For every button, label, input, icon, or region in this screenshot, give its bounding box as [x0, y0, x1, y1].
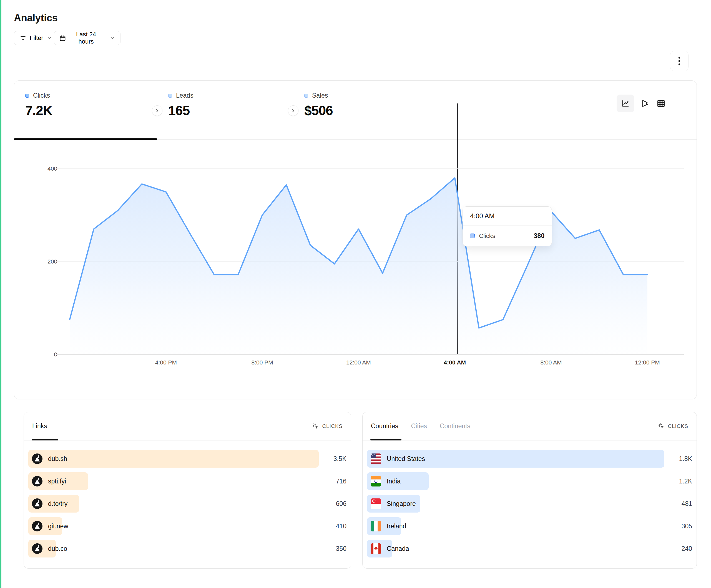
countries-tab-indicator — [370, 439, 402, 440]
country-row[interactable]: India1.2K — [367, 472, 692, 490]
link-label: spti.fyi — [48, 478, 66, 485]
country-label: Ireland — [387, 523, 406, 530]
country-row[interactable]: Singapore481 — [367, 495, 692, 513]
country-value: 1.8K — [664, 455, 692, 462]
leads-legend-square — [168, 94, 172, 98]
cursor-click-icon — [312, 423, 320, 430]
tooltip-series-label: Clicks — [479, 232, 530, 240]
countries-panel: Countries Cities Continents CLICKS Unite… — [362, 412, 697, 569]
cursor-click-icon — [658, 423, 665, 430]
sg-flag-icon — [371, 498, 381, 509]
clicks-area-chart[interactable]: 02004004:00 PM8:00 PM12:00 AM4:00 AM8:00… — [14, 139, 697, 400]
chart-type-switcher — [617, 95, 666, 112]
tab-continents[interactable]: Continents — [440, 423, 470, 430]
tab-cities[interactable]: Cities — [411, 423, 427, 430]
more-options-button[interactable] — [670, 51, 689, 71]
link-label: dub.co — [48, 545, 67, 552]
chart-tooltip: 4:00 AM Clicks 380 — [462, 206, 552, 246]
link-row[interactable]: dub.co350 — [28, 540, 346, 558]
chart-plot — [14, 139, 697, 400]
calendar-icon — [59, 35, 66, 42]
country-value: 1.2K — [664, 478, 692, 485]
filter-button-label: Filter — [30, 35, 43, 42]
filter-icon — [20, 35, 26, 41]
line-chart-icon — [621, 99, 630, 108]
countries-metric-selector[interactable]: CLICKS — [658, 423, 688, 430]
chevron-down-icon — [110, 35, 115, 41]
link-label: git.new — [48, 523, 68, 530]
in-flag-icon — [371, 476, 381, 487]
clicks-legend-square — [25, 94, 29, 98]
tab-countries[interactable]: Countries — [371, 423, 398, 430]
link-value: 3.5K — [319, 455, 346, 462]
dub-logo-icon — [32, 543, 42, 554]
countries-list: United States1.8KIndia1.2KSingapore481Ir… — [363, 440, 696, 558]
analytics-card: Clicks 7.2K Leads 165 Sales $506 — [14, 81, 697, 400]
tab-clicks-label: Clicks — [33, 92, 50, 99]
country-value: 240 — [664, 545, 692, 552]
country-row[interactable]: United States1.8K — [367, 450, 692, 468]
country-label: United States — [387, 455, 425, 462]
dub-logo-icon — [32, 476, 42, 487]
window-edge-accent — [0, 0, 1, 588]
area-fill — [70, 178, 647, 355]
country-row[interactable]: Canada240 — [367, 540, 692, 558]
tab-sales-label: Sales — [312, 92, 328, 99]
links-metric-label: CLICKS — [322, 423, 343, 429]
tab-clicks[interactable]: Clicks 7.2K — [14, 81, 157, 139]
tab-clicks-value: 7.2K — [25, 103, 157, 118]
date-range-label: Last 24 hours — [70, 31, 103, 45]
tab-leads-label: Leads — [176, 92, 194, 99]
tooltip-legend-square — [470, 233, 475, 238]
ie-flag-icon — [371, 521, 381, 532]
link-value: 606 — [319, 500, 346, 507]
dub-logo-icon — [32, 453, 42, 464]
link-row[interactable]: d.to/try606 — [28, 495, 346, 513]
country-label: Canada — [387, 545, 409, 552]
links-list: dub.sh3.5Kspti.fyi716d.to/try606git.new4… — [24, 440, 351, 558]
date-range-button[interactable]: Last 24 hours — [54, 31, 121, 45]
funnel-chart-icon — [641, 99, 650, 108]
links-metric-selector[interactable]: CLICKS — [312, 423, 343, 430]
link-value: 350 — [319, 545, 346, 552]
tab-leads[interactable]: Leads 165 — [157, 81, 293, 139]
table-view-button[interactable] — [656, 99, 666, 108]
link-row[interactable]: spti.fyi716 — [28, 472, 346, 490]
dub-logo-icon — [32, 521, 42, 532]
tab-links[interactable]: Links — [32, 423, 47, 430]
line-chart-view-button[interactable] — [617, 95, 634, 112]
link-label: dub.sh — [48, 455, 67, 462]
link-value: 716 — [319, 478, 346, 485]
kebab-icon — [676, 55, 683, 67]
link-value: 410 — [319, 523, 346, 530]
country-value: 481 — [664, 500, 692, 507]
countries-metric-label: CLICKS — [668, 423, 688, 429]
chevron-down-icon — [47, 35, 52, 41]
page-title: Analytics — [14, 12, 58, 24]
links-tab-indicator — [31, 439, 58, 440]
funnel-chart-view-button[interactable] — [641, 99, 650, 108]
link-row[interactable]: git.new410 — [28, 517, 346, 535]
expand-leads-sales-button[interactable] — [288, 106, 298, 116]
sales-legend-square — [304, 94, 308, 98]
links-panel: Links CLICKS dub.sh3.5Kspti.fyi716d.to/t… — [24, 412, 351, 569]
ca-flag-icon — [371, 543, 381, 554]
link-label: d.to/try — [48, 500, 67, 507]
stats-tab-row: Clicks 7.2K Leads 165 Sales $506 — [14, 81, 696, 139]
link-bar — [28, 450, 319, 468]
tab-leads-value: 165 — [168, 103, 293, 118]
country-label: Singapore — [387, 500, 416, 507]
country-value: 305 — [664, 523, 692, 530]
link-row[interactable]: dub.sh3.5K — [28, 450, 346, 468]
country-row[interactable]: Ireland305 — [367, 517, 692, 535]
expand-clicks-leads-button[interactable] — [152, 106, 163, 116]
country-label: India — [387, 478, 401, 485]
tooltip-time: 4:00 AM — [463, 207, 552, 226]
us-flag-icon — [371, 453, 381, 464]
filter-button[interactable]: Filter — [14, 31, 58, 45]
table-icon — [656, 99, 666, 108]
tooltip-value: 380 — [534, 232, 544, 240]
dub-logo-icon — [32, 498, 42, 509]
